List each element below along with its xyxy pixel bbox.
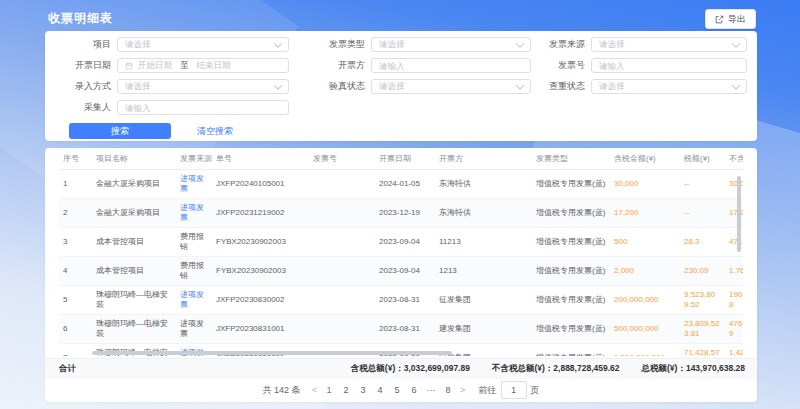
invoice-date-range[interactable]: 开始日期 至 结束日期: [117, 58, 289, 73]
cell-invoice-source[interactable]: 进项发票: [176, 170, 212, 199]
page-jump-input[interactable]: [501, 381, 527, 399]
table-scroll-area: 序号项目名称发票来源单号发票号开票日期开票方发票类型含税金额(¥)税额(¥)不含…: [59, 148, 743, 356]
total-incl-tax: 含税总额(¥)：3,032,699,097.89: [351, 363, 470, 375]
horizontal-scrollbar[interactable]: [92, 351, 452, 355]
cell-invoice-type: 增值税专用发票(蓝): [532, 257, 610, 286]
page-button[interactable]: 4: [374, 385, 387, 395]
cell-invoice-source: 费用报销: [176, 257, 212, 286]
filter-panel: 项目 请选择 发票类型 请选择 发票来源 请选择 开票日期: [45, 31, 757, 141]
cell-tax-amount: 230.09: [680, 257, 725, 286]
cell-invoice-no: [309, 228, 375, 257]
cell-order-no: JXFP20230831001: [212, 315, 309, 344]
collector-input[interactable]: [125, 103, 281, 113]
page-button[interactable]: 1: [323, 385, 336, 395]
invoice-type-select[interactable]: 请选择: [371, 37, 531, 52]
cell-order-no: JXFP20231219002: [212, 199, 309, 228]
table-row: 4成本管控项目费用报销FYBX202309020032023-09-041213…: [59, 257, 743, 286]
totals-row: 合计 含税总额(¥)：3,032,699,097.89 不含税总额(¥)：2,8…: [45, 358, 757, 379]
cell-tax-amount: 28.3: [680, 228, 725, 257]
collector-label: 采集人: [61, 101, 111, 114]
page: 收票明细表 导出 项目 请选择 发票类型 请选择 发票来源 请选择: [0, 0, 800, 409]
verify-status-select[interactable]: 请选择: [371, 79, 531, 94]
cell-invoice-type: 增值税专用发票(蓝): [532, 315, 610, 344]
pagination: 共 142 条 < 123456···8 > 前往 页: [45, 379, 757, 401]
page-button[interactable]: 8: [442, 385, 455, 395]
chevron-down-icon: [732, 39, 740, 47]
cell-invoice-source[interactable]: 进项发票: [176, 286, 212, 315]
search-button[interactable]: 搜索: [69, 123, 171, 139]
cell-amount-incl-tax: 500,000,000: [610, 315, 680, 344]
cell-project-name: 成本管控项目: [92, 257, 176, 286]
cell-amount-excl-tax: 476,190,476.19: [725, 315, 743, 344]
column-header: 开票日期: [375, 148, 435, 170]
cell-invoice-no: [309, 286, 375, 315]
prev-page-button[interactable]: <: [309, 385, 321, 395]
cell-invoice-type: 增值税专用发票(蓝): [532, 286, 610, 315]
cell-invoice-date: 2023-08-31: [375, 315, 435, 344]
total-excl-tax: 不含税总额(¥)：2,888,728,459.62: [492, 363, 620, 375]
table-row: 5珠穆朗玛峰—电梯安装进项发票JXFP202308300022023-08-31…: [59, 286, 743, 315]
chevron-down-icon: [516, 39, 524, 47]
chevron-down-icon: [732, 81, 740, 89]
cell-amount-excl-tax: 1,769.91: [725, 257, 743, 286]
next-page-button[interactable]: >: [457, 385, 469, 395]
cell-amount-incl-tax: 500: [610, 228, 680, 257]
invoice-source-select[interactable]: 请选择: [591, 37, 747, 52]
cell-invoice-source: 费用报销: [176, 228, 212, 257]
cell-invoice-date: 2024-01-05: [375, 170, 435, 199]
dup-status-label: 查重状态: [531, 80, 585, 93]
cell-invoice-source[interactable]: 进项发票: [176, 199, 212, 228]
column-header: 项目名称: [92, 148, 176, 170]
invoice-table-panel: 序号项目名称发票来源单号发票号开票日期开票方发票类型含税金额(¥)税额(¥)不含…: [45, 148, 757, 402]
jump-prefix: 前往: [479, 384, 497, 397]
chevron-down-icon: [516, 81, 524, 89]
invoice-table: 序号项目名称发票来源单号发票号开票日期开票方发票类型含税金额(¥)税额(¥)不含…: [59, 148, 743, 356]
cell-issuer: 11213: [435, 228, 532, 257]
invoice-no-label: 发票号: [531, 59, 585, 72]
cell-index: 6: [59, 315, 92, 344]
cell-project-name: 成本管控项目: [92, 228, 176, 257]
export-icon: [715, 15, 724, 24]
project-select[interactable]: 请选择: [117, 37, 289, 52]
clear-search-link[interactable]: 清空搜索: [197, 125, 233, 138]
cell-tax-amount: 71,428,571.43: [680, 344, 725, 357]
dup-status-select[interactable]: 请选择: [591, 79, 747, 94]
entry-method-select[interactable]: 请选择: [117, 79, 289, 94]
page-button[interactable]: 3: [357, 385, 370, 395]
cell-order-no: JXFP20240105001: [212, 170, 309, 199]
vertical-scrollbar[interactable]: [737, 176, 741, 252]
cell-invoice-date: 2023-09-04: [375, 257, 435, 286]
invoice-date-label: 开票日期: [61, 59, 111, 72]
cell-project-name: 珠穆朗玛峰—电梯安装: [92, 286, 176, 315]
cell-invoice-no: [309, 257, 375, 286]
invoice-no-input[interactable]: [599, 61, 739, 71]
cell-tax-amount: --: [680, 199, 725, 228]
chevron-down-icon: [274, 39, 282, 47]
cell-invoice-type: 增值税专用发票(蓝): [532, 199, 610, 228]
cell-invoice-date: 2023-12-19: [375, 199, 435, 228]
cell-invoice-no: [309, 199, 375, 228]
export-button[interactable]: 导出: [705, 9, 756, 29]
total-tax: 总税额(¥)：143,970,638.28: [642, 363, 745, 375]
page-button[interactable]: 5: [391, 385, 404, 395]
invoice-source-label: 发票来源: [531, 38, 585, 51]
page-button[interactable]: 6: [408, 385, 421, 395]
page-button[interactable]: 2: [340, 385, 353, 395]
column-header: 税额(¥): [680, 148, 725, 170]
issuer-input[interactable]: [379, 61, 523, 71]
cell-project-name: 金融大厦采购项目: [92, 170, 176, 199]
cell-index: 3: [59, 228, 92, 257]
cell-invoice-type: 增值税专用发票(蓝): [532, 170, 610, 199]
cell-issuer: 1213: [435, 257, 532, 286]
cell-amount-excl-tax: 1,428,571,428.57: [725, 344, 743, 357]
cell-index: 4: [59, 257, 92, 286]
cell-invoice-no: [309, 315, 375, 344]
issuer-label: 开票方: [289, 59, 365, 72]
table-row: 6珠穆朗玛峰—电梯安装进项发票JXFP202308310012023-08-31…: [59, 315, 743, 344]
column-header: 不含税金额(¥): [725, 148, 743, 170]
cell-amount-incl-tax: 2,000: [610, 257, 680, 286]
cell-index: 7: [59, 344, 92, 357]
cell-project-name: 金融大厦采购项目: [92, 199, 176, 228]
column-header: 发票号: [309, 148, 375, 170]
invoice-type-label: 发票类型: [289, 38, 365, 51]
